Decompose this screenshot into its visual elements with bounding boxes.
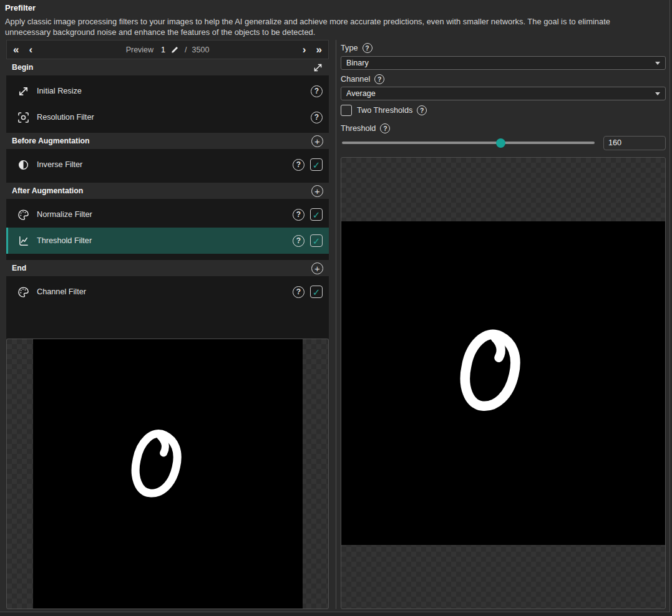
channel-value: Average: [346, 89, 376, 98]
palette-icon: [17, 286, 29, 298]
filter-item-inverse-filter[interactable]: Inverse Filter ? ✓: [6, 152, 329, 178]
help-icon[interactable]: ?: [293, 159, 304, 171]
check-icon: ✓: [313, 287, 321, 297]
chart-icon: [17, 235, 29, 247]
help-icon[interactable]: ?: [363, 43, 373, 53]
threshold-settings-panel: Type ? Binary Channel ? Average Two Thre…: [341, 40, 666, 609]
type-dropdown[interactable]: Binary: [341, 56, 666, 70]
filter-item-threshold-filter-selected[interactable]: Threshold Filter ? ✓: [6, 228, 329, 254]
add-icon[interactable]: +: [311, 135, 323, 147]
section-rows-end: Channel Filter ? ✓: [6, 276, 329, 339]
filter-item-label: Threshold Filter: [37, 236, 92, 245]
help-icon[interactable]: ?: [417, 105, 427, 115]
channel-dropdown[interactable]: Average: [341, 87, 666, 100]
section-header-end: End +: [6, 260, 329, 276]
help-icon[interactable]: ?: [311, 85, 323, 97]
two-thresholds-row: Two Thresholds ?: [341, 105, 427, 116]
section-rows-after-augmentation: Normalize Filter ? ✓ Threshold Filter ? …: [6, 199, 329, 260]
filter-item-label: Initial Resize: [37, 87, 82, 95]
preview-image-panel-right: [341, 157, 666, 609]
filter-item-label: Inverse Filter: [37, 160, 82, 169]
filter-item-initial-resize[interactable]: Initial Resize ?: [6, 78, 329, 104]
panel-splitter[interactable]: [336, 40, 336, 609]
type-value: Binary: [346, 59, 369, 67]
pencil-icon[interactable]: [170, 45, 180, 54]
help-icon[interactable]: ?: [380, 123, 390, 133]
section-title: Before Augmentation: [12, 137, 90, 145]
filter-checkbox-checked[interactable]: ✓: [310, 158, 323, 171]
section-title: Begin: [12, 63, 33, 72]
handwritten-digit: [457, 327, 532, 424]
section-rows-begin: Initial Resize ? Resolution Filter ?: [6, 75, 329, 133]
filter-checkbox-checked[interactable]: ✓: [310, 208, 323, 221]
help-icon[interactable]: ?: [293, 286, 304, 298]
invert-icon: [17, 159, 29, 171]
filter-checkbox-checked[interactable]: ✓: [310, 286, 323, 298]
center-focus-icon: [17, 112, 29, 123]
preview-current-index[interactable]: 1: [161, 46, 165, 54]
two-thresholds-label: Two Thresholds: [357, 106, 412, 115]
preview-navbar: « ‹ Preview 1 / 3500 › »: [6, 40, 329, 59]
filter-item-resolution-filter[interactable]: Resolution Filter ?: [6, 104, 329, 130]
resize-icon: [17, 85, 29, 97]
preview-image-panel-left: [6, 339, 329, 609]
preview-separator: /: [185, 46, 187, 54]
filter-item-label: Channel Filter: [37, 287, 86, 296]
threshold-value-input[interactable]: [603, 136, 666, 150]
threshold-slider-track[interactable]: [342, 142, 595, 144]
palette-icon: [17, 209, 29, 221]
prefilter-window: Prefilter Apply classic image processing…: [0, 0, 672, 616]
page-title: Prefilter: [5, 3, 36, 12]
type-label: Type: [341, 44, 358, 52]
chevron-down-icon: [655, 62, 660, 65]
help-icon[interactable]: ?: [293, 235, 304, 247]
threshold-slider-row: [342, 135, 666, 150]
help-icon[interactable]: ?: [293, 209, 304, 221]
preview-image-original: [33, 339, 303, 609]
page-description: Apply classic image processing filters t…: [5, 17, 654, 37]
section-title: End: [12, 264, 26, 272]
section-header-before-augmentation: Before Augmentation +: [6, 133, 329, 149]
section-title: After Augmentation: [12, 186, 83, 195]
two-thresholds-checkbox-unchecked[interactable]: [341, 105, 352, 116]
threshold-slider-thumb[interactable]: [496, 138, 505, 148]
preview-total-count: 3500: [192, 46, 210, 54]
expand-icon[interactable]: [313, 62, 323, 73]
first-page-button[interactable]: «: [13, 44, 19, 55]
next-page-button[interactable]: ›: [303, 44, 306, 55]
type-label-row: Type ?: [341, 43, 373, 53]
check-icon: ✓: [313, 236, 321, 246]
check-icon: ✓: [313, 210, 321, 219]
channel-label: Channel: [341, 75, 370, 84]
add-icon[interactable]: +: [311, 262, 323, 274]
help-icon[interactable]: ?: [311, 112, 323, 123]
check-icon: ✓: [313, 160, 321, 170]
add-icon[interactable]: +: [311, 185, 323, 197]
section-header-begin: Begin: [6, 59, 329, 75]
last-page-button[interactable]: »: [316, 44, 322, 55]
preview-image-filtered: [341, 221, 665, 545]
filter-item-channel-filter[interactable]: Channel Filter ? ✓: [6, 279, 329, 305]
section-header-after-augmentation: After Augmentation +: [6, 183, 329, 199]
filter-item-label: Normalize Filter: [37, 210, 92, 219]
prev-page-button[interactable]: ‹: [29, 44, 32, 55]
filter-checkbox-checked[interactable]: ✓: [310, 234, 323, 247]
help-icon[interactable]: ?: [374, 74, 384, 84]
handwritten-digit: [129, 428, 191, 508]
preview-label: Preview: [126, 46, 153, 54]
window-bottom-strip: [0, 612, 672, 616]
filter-item-normalize-filter[interactable]: Normalize Filter ? ✓: [6, 201, 329, 228]
channel-label-row: Channel ?: [341, 74, 384, 84]
section-rows-before-augmentation: Inverse Filter ? ✓: [6, 149, 329, 183]
filter-item-label: Resolution Filter: [37, 113, 94, 122]
threshold-label-row: Threshold ?: [341, 123, 390, 133]
threshold-label: Threshold: [341, 124, 376, 133]
chevron-down-icon: [655, 92, 660, 95]
filter-pipeline-panel: « ‹ Preview 1 / 3500 › » Begin: [6, 40, 329, 609]
